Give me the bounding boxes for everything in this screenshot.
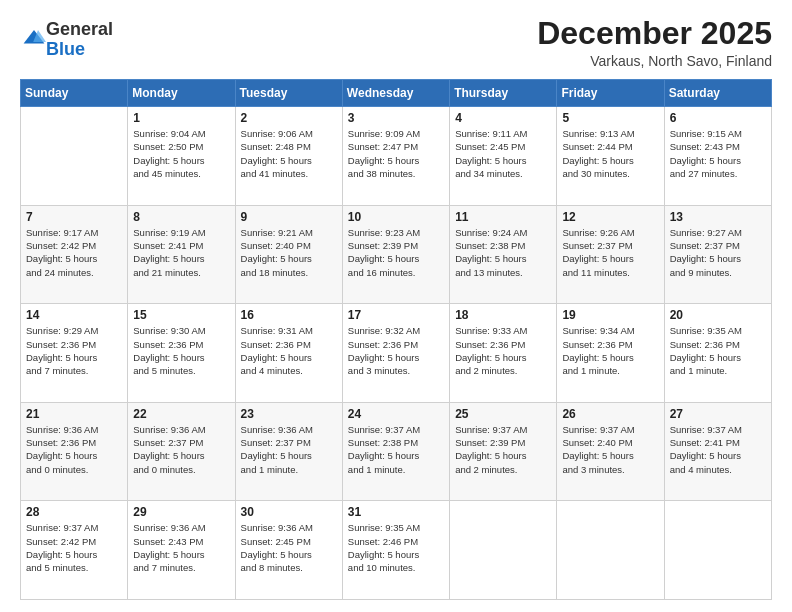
calendar-cell: 5Sunrise: 9:13 AM Sunset: 2:44 PM Daylig… [557,107,664,206]
day-number: 16 [241,308,337,322]
day-number: 25 [455,407,551,421]
week-row-5: 28Sunrise: 9:37 AM Sunset: 2:42 PM Dayli… [21,501,772,600]
week-row-4: 21Sunrise: 9:36 AM Sunset: 2:36 PM Dayli… [21,402,772,501]
day-number: 23 [241,407,337,421]
calendar-cell: 27Sunrise: 9:37 AM Sunset: 2:41 PM Dayli… [664,402,771,501]
header: General Blue December 2025 Varkaus, Nort… [20,16,772,69]
day-info: Sunrise: 9:31 AM Sunset: 2:36 PM Dayligh… [241,324,337,377]
calendar-cell: 1Sunrise: 9:04 AM Sunset: 2:50 PM Daylig… [128,107,235,206]
calendar-cell: 14Sunrise: 9:29 AM Sunset: 2:36 PM Dayli… [21,304,128,403]
day-info: Sunrise: 9:34 AM Sunset: 2:36 PM Dayligh… [562,324,658,377]
calendar-cell: 19Sunrise: 9:34 AM Sunset: 2:36 PM Dayli… [557,304,664,403]
day-info: Sunrise: 9:36 AM Sunset: 2:45 PM Dayligh… [241,521,337,574]
calendar-cell: 15Sunrise: 9:30 AM Sunset: 2:36 PM Dayli… [128,304,235,403]
day-number: 8 [133,210,229,224]
calendar-cell: 6Sunrise: 9:15 AM Sunset: 2:43 PM Daylig… [664,107,771,206]
day-number: 1 [133,111,229,125]
calendar-cell: 31Sunrise: 9:35 AM Sunset: 2:46 PM Dayli… [342,501,449,600]
day-info: Sunrise: 9:29 AM Sunset: 2:36 PM Dayligh… [26,324,122,377]
calendar-cell [557,501,664,600]
day-info: Sunrise: 9:36 AM Sunset: 2:43 PM Dayligh… [133,521,229,574]
day-number: 21 [26,407,122,421]
day-info: Sunrise: 9:36 AM Sunset: 2:36 PM Dayligh… [26,423,122,476]
week-row-2: 7Sunrise: 9:17 AM Sunset: 2:42 PM Daylig… [21,205,772,304]
day-number: 24 [348,407,444,421]
day-info: Sunrise: 9:35 AM Sunset: 2:36 PM Dayligh… [670,324,766,377]
calendar-cell: 24Sunrise: 9:37 AM Sunset: 2:38 PM Dayli… [342,402,449,501]
title-block: December 2025 Varkaus, North Savo, Finla… [537,16,772,69]
calendar-cell: 12Sunrise: 9:26 AM Sunset: 2:37 PM Dayli… [557,205,664,304]
calendar-cell: 8Sunrise: 9:19 AM Sunset: 2:41 PM Daylig… [128,205,235,304]
day-info: Sunrise: 9:37 AM Sunset: 2:38 PM Dayligh… [348,423,444,476]
day-info: Sunrise: 9:36 AM Sunset: 2:37 PM Dayligh… [133,423,229,476]
calendar-cell: 18Sunrise: 9:33 AM Sunset: 2:36 PM Dayli… [450,304,557,403]
day-info: Sunrise: 9:04 AM Sunset: 2:50 PM Dayligh… [133,127,229,180]
day-number: 17 [348,308,444,322]
calendar-table: SundayMondayTuesdayWednesdayThursdayFrid… [20,79,772,600]
day-info: Sunrise: 9:06 AM Sunset: 2:48 PM Dayligh… [241,127,337,180]
weekday-header-sunday: Sunday [21,80,128,107]
day-info: Sunrise: 9:35 AM Sunset: 2:46 PM Dayligh… [348,521,444,574]
day-number: 2 [241,111,337,125]
day-info: Sunrise: 9:32 AM Sunset: 2:36 PM Dayligh… [348,324,444,377]
calendar-cell: 22Sunrise: 9:36 AM Sunset: 2:37 PM Dayli… [128,402,235,501]
day-info: Sunrise: 9:26 AM Sunset: 2:37 PM Dayligh… [562,226,658,279]
day-info: Sunrise: 9:37 AM Sunset: 2:39 PM Dayligh… [455,423,551,476]
day-number: 26 [562,407,658,421]
day-info: Sunrise: 9:30 AM Sunset: 2:36 PM Dayligh… [133,324,229,377]
subtitle: Varkaus, North Savo, Finland [537,53,772,69]
day-number: 9 [241,210,337,224]
day-number: 14 [26,308,122,322]
calendar-cell: 4Sunrise: 9:11 AM Sunset: 2:45 PM Daylig… [450,107,557,206]
day-number: 5 [562,111,658,125]
calendar-cell [21,107,128,206]
calendar-cell: 30Sunrise: 9:36 AM Sunset: 2:45 PM Dayli… [235,501,342,600]
weekday-header-saturday: Saturday [664,80,771,107]
day-info: Sunrise: 9:15 AM Sunset: 2:43 PM Dayligh… [670,127,766,180]
day-info: Sunrise: 9:11 AM Sunset: 2:45 PM Dayligh… [455,127,551,180]
logo-icon [22,26,46,50]
day-number: 4 [455,111,551,125]
calendar-cell: 3Sunrise: 9:09 AM Sunset: 2:47 PM Daylig… [342,107,449,206]
week-row-3: 14Sunrise: 9:29 AM Sunset: 2:36 PM Dayli… [21,304,772,403]
calendar-cell: 20Sunrise: 9:35 AM Sunset: 2:36 PM Dayli… [664,304,771,403]
day-number: 20 [670,308,766,322]
day-info: Sunrise: 9:37 AM Sunset: 2:40 PM Dayligh… [562,423,658,476]
day-number: 11 [455,210,551,224]
day-info: Sunrise: 9:09 AM Sunset: 2:47 PM Dayligh… [348,127,444,180]
calendar-cell: 17Sunrise: 9:32 AM Sunset: 2:36 PM Dayli… [342,304,449,403]
calendar-cell: 10Sunrise: 9:23 AM Sunset: 2:39 PM Dayli… [342,205,449,304]
calendar-cell: 13Sunrise: 9:27 AM Sunset: 2:37 PM Dayli… [664,205,771,304]
weekday-header-monday: Monday [128,80,235,107]
day-info: Sunrise: 9:24 AM Sunset: 2:38 PM Dayligh… [455,226,551,279]
day-number: 22 [133,407,229,421]
month-title: December 2025 [537,16,772,51]
logo: General Blue [20,20,113,60]
day-number: 18 [455,308,551,322]
weekday-header-wednesday: Wednesday [342,80,449,107]
day-info: Sunrise: 9:37 AM Sunset: 2:42 PM Dayligh… [26,521,122,574]
day-number: 3 [348,111,444,125]
day-number: 13 [670,210,766,224]
calendar-cell: 26Sunrise: 9:37 AM Sunset: 2:40 PM Dayli… [557,402,664,501]
day-number: 6 [670,111,766,125]
day-number: 19 [562,308,658,322]
calendar-cell: 29Sunrise: 9:36 AM Sunset: 2:43 PM Dayli… [128,501,235,600]
day-info: Sunrise: 9:23 AM Sunset: 2:39 PM Dayligh… [348,226,444,279]
calendar-cell: 2Sunrise: 9:06 AM Sunset: 2:48 PM Daylig… [235,107,342,206]
logo-blue-text: Blue [46,39,85,59]
weekday-header-friday: Friday [557,80,664,107]
day-number: 12 [562,210,658,224]
weekday-header-thursday: Thursday [450,80,557,107]
day-number: 28 [26,505,122,519]
calendar-cell [664,501,771,600]
calendar-cell: 16Sunrise: 9:31 AM Sunset: 2:36 PM Dayli… [235,304,342,403]
day-info: Sunrise: 9:13 AM Sunset: 2:44 PM Dayligh… [562,127,658,180]
day-info: Sunrise: 9:37 AM Sunset: 2:41 PM Dayligh… [670,423,766,476]
day-number: 27 [670,407,766,421]
day-number: 29 [133,505,229,519]
day-number: 15 [133,308,229,322]
calendar-cell: 21Sunrise: 9:36 AM Sunset: 2:36 PM Dayli… [21,402,128,501]
day-info: Sunrise: 9:19 AM Sunset: 2:41 PM Dayligh… [133,226,229,279]
weekday-header-tuesday: Tuesday [235,80,342,107]
